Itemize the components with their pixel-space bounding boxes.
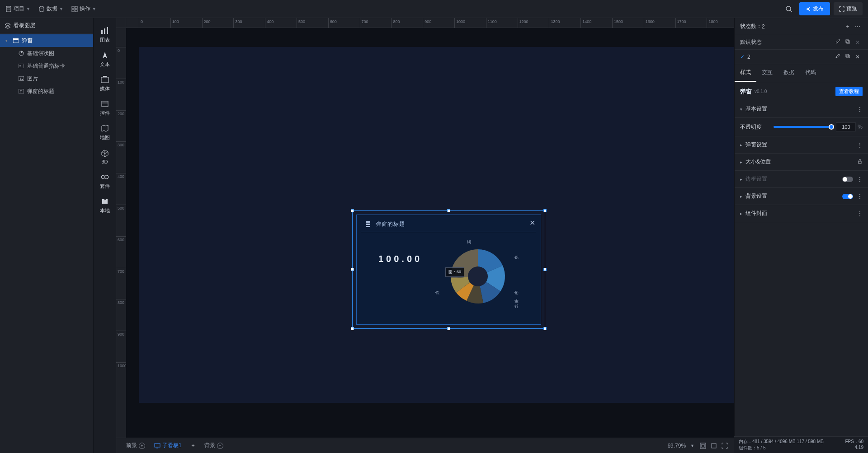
add-icon[interactable]: + — [139, 443, 145, 449]
copy-icon[interactable] — [843, 39, 853, 46]
border-toggle[interactable] — [842, 177, 853, 182]
svg-point-3 — [39, 6, 44, 8]
resize-handle-e[interactable] — [543, 268, 547, 271]
more-icon[interactable]: ⋮ — [857, 176, 863, 183]
screen-icon — [154, 443, 160, 448]
fit-icon[interactable] — [699, 442, 707, 450]
tab-code[interactable]: 代码 — [800, 64, 821, 82]
section-cover[interactable]: ▸组件封面⋮ — [735, 205, 868, 222]
rail-media[interactable]: 媒体 — [94, 71, 116, 96]
canvas-area: 0100200300400500600700800900100011001200… — [116, 18, 734, 453]
bg-toggle[interactable] — [842, 194, 853, 199]
more-icon[interactable]: ⋮ — [857, 210, 863, 217]
preview-button[interactable]: 预览 — [834, 2, 863, 15]
section-size[interactable]: ▸大小&位置 — [735, 154, 868, 171]
resize-handle-ne[interactable] — [543, 209, 547, 212]
search-icon — [785, 5, 793, 13]
modal-close-button[interactable]: ✕ — [529, 219, 535, 227]
more-icon[interactable]: ⋮ — [857, 106, 863, 113]
opacity-input[interactable] — [836, 122, 856, 131]
tab-foreground[interactable]: 前景+ — [122, 438, 150, 453]
tree-item-pie[interactable]: 基础饼状图 — [0, 47, 93, 60]
section-basic[interactable]: ▾基本设置⋮ — [735, 101, 868, 118]
resize-handle-sw[interactable] — [351, 327, 354, 330]
tree-item-title[interactable]: T 弹窗的标题 — [0, 85, 93, 98]
tree-label: 弹窗的标题 — [27, 88, 54, 95]
tutorial-button[interactable]: 查看教程 — [835, 87, 863, 96]
metric-icon — [17, 64, 25, 68]
publish-button[interactable]: 发布 — [799, 2, 830, 15]
modal-icon — [12, 38, 20, 43]
pie-tooltip: 圆：60 — [445, 267, 464, 277]
chevron-down-icon[interactable]: ▼ — [690, 444, 694, 448]
preview-label: 预览 — [846, 5, 857, 13]
section-border[interactable]: ▸边框设置⋮ — [735, 171, 868, 188]
more-icon[interactable]: ⋮ — [857, 193, 863, 200]
opacity-slider[interactable] — [774, 126, 831, 128]
tab-data[interactable]: 数据 — [778, 64, 800, 82]
tab-style[interactable]: 样式 — [735, 64, 756, 82]
media-icon — [100, 75, 109, 84]
project-label: 项目 — [14, 5, 24, 13]
add-icon[interactable]: + — [217, 443, 223, 449]
rail-text[interactable]: 文本 — [94, 47, 116, 71]
more-icon[interactable]: ⋮ — [857, 141, 863, 149]
prop-tabs: 样式 交互 数据 代码 — [735, 64, 868, 82]
tab-subboard[interactable]: 子看板1 — [150, 438, 186, 453]
rail-chart[interactable]: 图表 — [94, 23, 116, 47]
tab-interaction[interactable]: 交互 — [756, 64, 778, 82]
tree-item-metric[interactable]: 基础普通指标卡 — [0, 60, 93, 72]
copy-icon[interactable] — [843, 53, 853, 60]
resize-handle-w[interactable] — [351, 268, 354, 271]
rail-3d[interactable]: 3D — [94, 145, 116, 169]
search-button[interactable] — [782, 2, 796, 16]
state-row-default[interactable]: 默认状态 ✕ — [735, 35, 868, 50]
lock-icon[interactable] — [857, 159, 863, 165]
edit-icon[interactable] — [833, 39, 843, 46]
artboard[interactable]: ✕ 弹窗的标题 100.00 — [139, 47, 734, 403]
svg-rect-36 — [846, 54, 849, 57]
modal-widget[interactable]: ✕ 弹窗的标题 100.00 — [356, 215, 541, 325]
workspace[interactable]: ✕ 弹窗的标题 100.00 — [126, 28, 734, 438]
svg-rect-21 — [107, 27, 108, 34]
state-row-2[interactable]: ✓ 2 ✕ — [735, 50, 868, 64]
add-state-button[interactable]: ＋ — [843, 23, 853, 30]
file-icon — [5, 6, 12, 12]
tree-item-modal[interactable]: ▾ 弹窗 — [0, 34, 93, 47]
svg-rect-24 — [102, 101, 108, 107]
rail-map[interactable]: 地图 — [94, 120, 116, 145]
zoom-reset-icon[interactable] — [710, 442, 718, 450]
tree-item-image[interactable]: 图片 — [0, 72, 93, 85]
collapse-icon[interactable]: ▾ — [5, 38, 10, 43]
component-name: 弹窗 — [740, 88, 752, 96]
actions-menu[interactable]: 操作▼ — [71, 5, 96, 13]
add-tab-button[interactable]: ＋ — [186, 442, 200, 449]
rail-control[interactable]: 控件 — [94, 96, 116, 120]
section-background[interactable]: ▸背景设置⋮ — [735, 188, 868, 205]
pie-label: 锌 — [514, 304, 519, 309]
status-footer: 内存：481 / 3594 / 4096 MB 117 / 598 MB FPS… — [734, 436, 868, 453]
close-icon[interactable]: ✕ — [853, 54, 863, 60]
rail-local[interactable]: 本地 — [94, 193, 116, 218]
component-name-row: 弹窗 v0.1.0 查看教程 — [735, 82, 868, 101]
project-menu[interactable]: 项目▼ — [5, 5, 30, 13]
resize-handle-se[interactable] — [543, 327, 547, 330]
rail-kit[interactable]: 套件 — [94, 169, 116, 193]
section-modal[interactable]: ▸弹窗设置⋮ — [735, 136, 868, 154]
data-label: 数据 — [47, 5, 57, 13]
more-icon[interactable]: ⋯ — [853, 23, 863, 30]
resize-handle-nw[interactable] — [351, 209, 354, 212]
tab-background[interactable]: 背景+ — [200, 438, 228, 453]
resize-handle-n[interactable] — [447, 209, 450, 212]
zoom-value: 69.79% — [667, 443, 686, 449]
component-rail: 图表 文本 媒体 控件 地图 3D 套件 本地 — [94, 18, 116, 453]
tree-label: 基础普通指标卡 — [27, 62, 65, 70]
close-icon: ✕ — [853, 39, 863, 46]
text-icon — [100, 51, 109, 59]
resize-handle-s[interactable] — [447, 327, 450, 330]
svg-rect-33 — [712, 444, 716, 448]
fullscreen-icon[interactable] — [721, 442, 729, 450]
data-menu[interactable]: 数据▼ — [38, 5, 63, 13]
selection-box[interactable]: ✕ 弹窗的标题 100.00 — [352, 210, 545, 329]
edit-icon[interactable] — [833, 53, 843, 60]
